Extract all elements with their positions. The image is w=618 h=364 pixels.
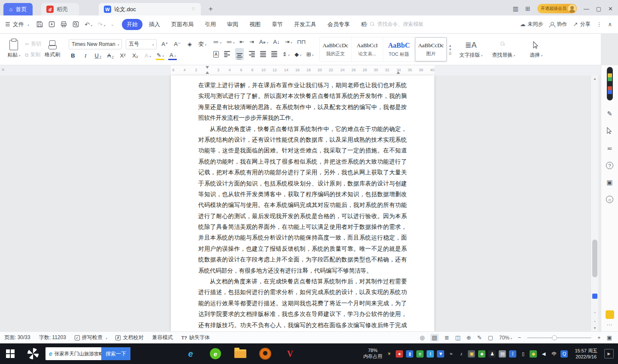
document-line[interactable]: 从系统的角度讲，快餐店点餐结算系统制作中，它的难点在于功能的确定， <box>198 124 407 134</box>
line-spacing-button[interactable]: ⇕ <box>282 51 289 58</box>
superscript-button[interactable]: X² <box>118 52 127 60</box>
shading-button[interactable]: ◆ <box>294 51 301 58</box>
new-tab-button[interactable]: + <box>205 3 216 15</box>
text-effects-button[interactable]: A <box>143 52 152 60</box>
outline-view-button[interactable]: ≣ <box>445 334 449 341</box>
tab-home[interactable]: ⌂ 首页 <box>3 3 33 15</box>
font-name-select[interactable]: Times New Roman <box>69 39 122 49</box>
document-line[interactable]: 等知识，也从软件开发类博客中，获取了程序编码的技术知识，包括数据增删改 <box>198 189 407 200</box>
taskbar-clock[interactable]: 15:57 周五 2022/9/16 <box>575 348 597 360</box>
ink-annotate-icon[interactable]: ✎ <box>607 110 612 118</box>
numbered-list-button[interactable]: ≕ <box>227 39 235 45</box>
ribbon-tab[interactable]: 稻壳资源 <box>356 19 367 30</box>
print-icon[interactable] <box>61 21 67 27</box>
paste-button[interactable]: 粘贴 <box>3 36 24 63</box>
tab-document[interactable]: W 论文.doc ⚐ <box>99 3 201 15</box>
previous-page-button[interactable]: ⌃ <box>591 312 599 316</box>
vertical-scrollbar[interactable]: ▲ ⌃ ⌄ ▼ <box>591 76 598 331</box>
undo-button[interactable]: ↶ <box>85 21 92 28</box>
document-line[interactable]: 系统代码部分，有很多地方还没有进行注释，代码编写不够简洁等。 <box>198 265 407 276</box>
next-page-button[interactable]: ⌄ <box>591 318 599 323</box>
document-line[interactable]: 统除了具备简洁美观的界面外，在功能上可以满足使用者对于数据操作的需求， <box>198 221 407 232</box>
format-painter-button[interactable]: 格式刷 <box>42 36 63 63</box>
bullet-list-button[interactable]: ≔ <box>213 39 221 45</box>
taskbar-game-button[interactable] <box>257 345 274 362</box>
document-line[interactable]: 对用户的误操作，也建立了报错反馈机制，系统的质量可靠。唯一不足的就是系 <box>198 243 407 254</box>
italic-button[interactable]: I <box>81 52 90 60</box>
document-line[interactable]: 并且本系统的功能与系统分析设计的功能保持高度一致，而且系统运行稳定，面 <box>198 232 407 243</box>
scroll-up-button[interactable]: ▲ <box>591 77 599 81</box>
align-left-button[interactable] <box>224 51 230 57</box>
subscript-button[interactable]: X₂ <box>131 52 139 60</box>
volume-icon[interactable]: ◀ <box>540 350 547 358</box>
document-line[interactable]: 从文档的角度来讲，在完成快餐店点餐结算系统制作后，对其制作过程需要 <box>198 276 407 287</box>
document-text[interactable]: 在课堂上进行讲解，并在课后布置作业让我们练习，期间老师也让我们也对系统实现与测试… <box>171 76 434 331</box>
pin-icon[interactable]: ⚐ <box>191 6 196 12</box>
select-button[interactable]: 选择 <box>521 36 551 63</box>
borders-button[interactable]: ⊞ <box>306 51 313 58</box>
document-line[interactable]: 海里还是有比较清晰的思路。在系统制作中，以及配套文档的编写中，我都是按 <box>198 102 407 112</box>
increase-indent-button[interactable]: ⇥ <box>249 39 254 45</box>
strikethrough-button[interactable]: A <box>106 52 115 60</box>
wps-text-effect-button[interactable]: A⁎ <box>259 39 268 45</box>
right-indent-marker[interactable] <box>397 71 400 74</box>
proofread-toggle[interactable]: ✗文档校对 <box>115 334 143 341</box>
compat-mode-badge[interactable]: 兼容模式 <box>152 334 173 341</box>
tips-icon[interactable]: ☼ <box>606 196 613 203</box>
leaf-icon[interactable]: ♣ <box>478 350 485 358</box>
taskbar-browser-button[interactable]: e <box>207 345 224 362</box>
ribbon-tab[interactable]: 开始 <box>122 19 142 30</box>
pointer-tool-icon[interactable] <box>607 127 612 135</box>
zoom-out-button[interactable]: − <box>518 334 521 341</box>
style-card[interactable]: AaBbCcI 论文表... <box>351 37 383 61</box>
maximize-button[interactable]: ▢ <box>596 6 601 12</box>
service-badge-icon[interactable] <box>606 310 614 319</box>
save-icon[interactable] <box>36 21 43 27</box>
file-menu-button[interactable]: ☰ 文件 <box>5 21 29 28</box>
character-border-button[interactable]: A <box>213 51 219 58</box>
minimize-button[interactable]: — <box>584 6 589 12</box>
taskbar-explorer-button[interactable] <box>232 345 249 362</box>
sync-status[interactable]: ☁未同步 <box>520 21 543 28</box>
font-size-select[interactable]: 五号 <box>126 39 157 49</box>
redo-button[interactable]: ↷ <box>97 21 105 28</box>
start-button[interactable] <box>0 343 21 364</box>
messenger-blue-icon[interactable]: t <box>427 350 434 358</box>
document-line[interactable]: 照软件开发流程一步步开展我的工作。 <box>198 112 407 123</box>
ribbon-tab[interactable]: 开发工具 <box>289 19 321 30</box>
ribbon-tab[interactable]: 引用 <box>200 19 221 30</box>
ribbon-tab[interactable]: 视图 <box>245 19 265 30</box>
quark-icon[interactable]: Q <box>560 350 568 358</box>
style-card[interactable]: AaBbC TOC 标题 <box>383 37 415 61</box>
ime-indicator[interactable]: 中 <box>550 350 557 358</box>
spell-check-toggle[interactable]: ✓拼写检查 <box>75 334 107 341</box>
messenger-green-icon[interactable]: e <box>416 350 424 358</box>
member-badge[interactable]: 开通超级会员 <box>537 4 577 13</box>
document-line[interactable]: 系统的功能时，我在网上寻找了很多相似系统，并把这些系统的大致功能进行了 <box>198 156 407 167</box>
document-line[interactable]: 能的运行效果等都要进行描述。这期间我也花费了将近一个月时间来完成，为了 <box>198 298 407 309</box>
web-view-button[interactable]: ⊕ <box>467 334 471 341</box>
decrease-indent-button[interactable]: ⇤ <box>239 39 244 45</box>
align-center-button[interactable] <box>236 53 242 59</box>
zoom-level[interactable]: 70% <box>499 335 512 341</box>
ink-view-button[interactable]: ✎ <box>477 334 482 341</box>
document-line[interactable]: 达到学院要求的文档排版标准，我也多次在导师建议下，学习办公软件的使用， <box>198 309 407 319</box>
tab-stop-selector[interactable]: ✕ <box>1 67 5 72</box>
taskbar-ie-button[interactable]: e <box>182 345 199 362</box>
ribbon-tab[interactable]: 页面布局 <box>167 19 198 30</box>
font-color-button[interactable]: A <box>168 52 177 60</box>
eye-protect-icon[interactable]: ◎ <box>420 334 424 341</box>
sort-button[interactable]: A↓ <box>273 39 280 45</box>
read-view-button[interactable]: ◫ <box>455 334 460 341</box>
select-browse-object-button[interactable] <box>592 294 597 299</box>
battery-icon[interactable]: ▯ <box>519 350 527 358</box>
document-line[interactable]: 代码模块的编写与使用。在本系统编码完成其对应功能后，我对系统的所有功能 <box>198 200 407 210</box>
style-gallery-more-button[interactable]: ☰ <box>448 52 452 55</box>
ribbon-tab[interactable]: 章节 <box>267 19 288 30</box>
share-button[interactable]: ↗分享 <box>573 21 591 28</box>
more-tools-icon[interactable]: ⋯ <box>607 322 613 328</box>
zoom-in-button[interactable]: + <box>597 334 601 341</box>
document-line[interactable]: 统数据表的设计在字段考虑上并不全面，为字段匹配的数据类型也不精确，还有 <box>198 254 407 265</box>
ruler[interactable]: ✕ 64224681012141618202224262830323436384… <box>0 65 601 76</box>
highlight-color-button[interactable]: ✎ <box>156 52 164 60</box>
